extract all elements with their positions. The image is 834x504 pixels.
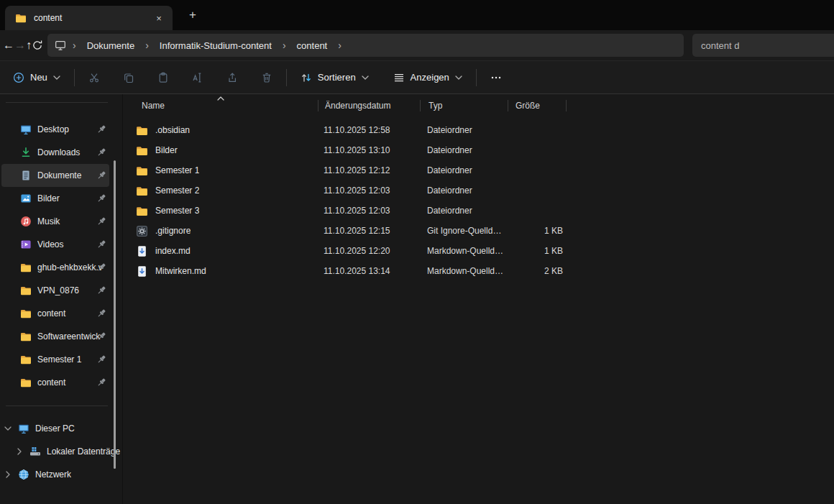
- sidebar-item-ghub-folder[interactable]: ghub-ehkbxekk.v: [1, 256, 109, 279]
- file-date: 11.10.2025 12:12: [319, 165, 421, 175]
- column-header-size[interactable]: Größe: [508, 100, 567, 111]
- file-rows: .obsidian 11.10.2025 12:58 Dateiordner B…: [123, 120, 834, 281]
- share-icon: [226, 72, 238, 83]
- pin-icon: [96, 331, 107, 342]
- view-button[interactable]: Anzeigen: [386, 65, 469, 90]
- folder-icon: [20, 308, 32, 319]
- toolbar-separator: [74, 69, 75, 86]
- paste-button[interactable]: [150, 65, 176, 90]
- folder-icon: [136, 185, 148, 197]
- breadcrumb[interactable]: › Dokumente › Informatik-Studium-content…: [47, 34, 684, 57]
- column-header-name[interactable]: Name: [123, 100, 319, 111]
- tree-items-list: Dieser PC Lokaler Datenträge Netzwerk: [0, 417, 122, 486]
- delete-button[interactable]: [254, 65, 280, 90]
- forward-button[interactable]: →: [14, 34, 26, 57]
- folder-icon: [15, 12, 27, 24]
- sidebar-item-semester-1[interactable]: Semester 1: [1, 348, 109, 371]
- sidebar-item-softwareentwick[interactable]: Softwareentwick: [1, 325, 109, 348]
- file-date: 11.10.2025 13:14: [319, 266, 421, 276]
- folder-icon: [136, 145, 148, 157]
- sidebar-item-vpn-0876[interactable]: VPN_0876: [1, 279, 109, 302]
- sidebar-item-musik[interactable]: Musik: [1, 210, 109, 233]
- chevron-down-icon[interactable]: [3, 423, 13, 434]
- new-tab-button[interactable]: +: [184, 6, 201, 24]
- copy-icon: [123, 72, 134, 83]
- sidebar-scrollbar-thumb[interactable]: [114, 160, 116, 469]
- column-header-row: Name Änderungsdatum Typ Größe: [123, 94, 834, 117]
- sidebar-item-downloads[interactable]: Downloads: [1, 141, 109, 164]
- file-list-pane: Name Änderungsdatum Typ Größe .obsidian …: [123, 94, 834, 504]
- sidebar-divider: [6, 406, 108, 406]
- chevron-down-icon: [362, 75, 369, 80]
- navigation-pane: Desktop Downloads Dokumente Bilder: [0, 94, 122, 504]
- sidebar-item-desktop[interactable]: Desktop: [1, 118, 109, 141]
- sort-button[interactable]: Sortieren: [293, 65, 376, 90]
- file-name: .obsidian: [155, 125, 190, 135]
- table-row-mitwirken-md[interactable]: Mitwirken.md 11.10.2025 13:14 Markdown-Q…: [123, 261, 834, 281]
- folder-icon: [20, 285, 32, 296]
- view-lines-icon: [393, 72, 405, 83]
- sidebar-item-label: Dieser PC: [35, 423, 75, 434]
- file-name: Semester 2: [155, 185, 199, 196]
- sidebar-item-content-2[interactable]: content: [1, 371, 109, 394]
- cut-button[interactable]: [81, 65, 107, 90]
- chevron-right-icon[interactable]: [14, 446, 24, 457]
- folder-icon: [20, 354, 32, 365]
- sidebar-item-dieser-pc[interactable]: Dieser PC: [0, 417, 122, 440]
- sort-button-label: Sortieren: [318, 72, 356, 83]
- pin-icon: [96, 377, 107, 388]
- sidebar-item-bilder[interactable]: Bilder: [1, 187, 109, 210]
- table-row-obsidian[interactable]: .obsidian 11.10.2025 12:58 Dateiordner: [123, 120, 834, 140]
- rename-button[interactable]: [185, 65, 211, 90]
- sidebar-item-dokumente[interactable]: Dokumente: [1, 164, 109, 187]
- pin-icon: [96, 308, 107, 319]
- file-size: 2 KB: [508, 266, 567, 276]
- breadcrumb-chevron: ›: [276, 40, 293, 51]
- table-row-gitignore[interactable]: .gitignore 11.10.2025 12:15 Git Ignore-Q…: [123, 221, 834, 241]
- more-options-button[interactable]: [483, 65, 509, 90]
- breadcrumb-item-dokumente[interactable]: Dokumente: [83, 38, 139, 53]
- new-button[interactable]: Neu: [6, 65, 68, 90]
- table-row-semester-3[interactable]: Semester 3 11.10.2025 12:03 Dateiordner: [123, 201, 834, 221]
- chevron-right-icon[interactable]: [3, 469, 13, 480]
- up-button[interactable]: ↑: [26, 34, 32, 57]
- sidebar-item-label: Netzwerk: [35, 469, 71, 480]
- sidebar-item-lokaler-datentraeger[interactable]: Lokaler Datenträge: [0, 440, 122, 463]
- downloads-icon: [20, 147, 32, 158]
- copy-button[interactable]: [116, 65, 142, 90]
- file-type: Dateiordner: [421, 185, 508, 196]
- share-button[interactable]: [219, 65, 245, 90]
- search-input[interactable]: [701, 40, 834, 51]
- sidebar-item-videos[interactable]: Videos: [1, 233, 109, 256]
- tab-content[interactable]: content ×: [5, 6, 173, 30]
- file-type: Dateiordner: [421, 206, 508, 216]
- table-row-semester-1[interactable]: Semester 1 11.10.2025 12:12 Dateiordner: [123, 160, 834, 180]
- file-type: Dateiordner: [421, 125, 508, 135]
- sidebar-item-content-1[interactable]: content: [1, 302, 109, 325]
- sort-arrows-icon: [301, 72, 312, 83]
- table-row-index-md[interactable]: index.md 11.10.2025 12:20 Markdown-Quell…: [123, 241, 834, 261]
- file-type: Dateiordner: [421, 165, 508, 175]
- toolbar-separator: [286, 69, 287, 86]
- new-button-label: Neu: [30, 72, 47, 83]
- breadcrumb-item-informatik-studium-content[interactable]: Informatik-Studium-content: [155, 38, 276, 53]
- file-name: Semester 1: [155, 165, 199, 175]
- close-tab-icon[interactable]: ×: [152, 12, 165, 24]
- table-row-semester-2[interactable]: Semester 2 11.10.2025 12:03 Dateiordner: [123, 180, 834, 201]
- ellipsis-icon: [490, 72, 502, 83]
- this-pc-monitor-icon[interactable]: [55, 40, 66, 51]
- column-header-date[interactable]: Änderungsdatum: [319, 100, 421, 111]
- table-row-bilder[interactable]: Bilder 11.10.2025 13:10 Dateiordner: [123, 140, 834, 160]
- search-box[interactable]: [692, 34, 834, 57]
- music-icon: [20, 216, 32, 227]
- file-type: Dateiordner: [421, 145, 508, 155]
- file-date: 11.10.2025 13:10: [319, 145, 421, 155]
- file-name: .gitignore: [155, 226, 191, 236]
- file-name: Mitwirken.md: [155, 266, 206, 276]
- breadcrumb-item-content[interactable]: content: [293, 38, 332, 53]
- back-button[interactable]: ←: [3, 34, 14, 57]
- refresh-button[interactable]: [32, 34, 43, 57]
- plus-circle-icon: [13, 72, 24, 83]
- sidebar-item-netzwerk[interactable]: Netzwerk: [0, 463, 122, 486]
- column-header-type[interactable]: Typ: [421, 100, 508, 111]
